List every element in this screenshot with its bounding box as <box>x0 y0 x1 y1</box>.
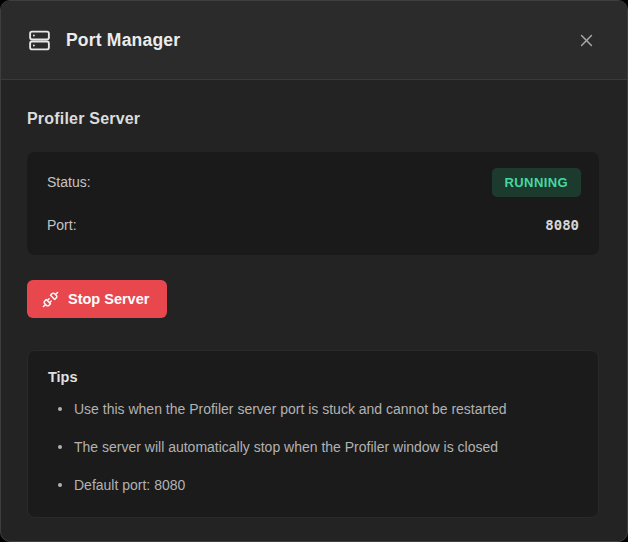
dialog-content: Profiler Server Status: RUNNING Port: 80… <box>1 80 627 541</box>
tips-box: Tips Use this when the Profiler server p… <box>27 350 599 518</box>
tip-item: Use this when the Profiler server port i… <box>48 399 578 419</box>
tips-list: Use this when the Profiler server port i… <box>48 399 578 495</box>
title-bar: Port Manager <box>1 1 627 80</box>
close-button[interactable] <box>567 21 605 59</box>
port-row: Port: 8080 <box>47 210 581 240</box>
status-row: Status: RUNNING <box>47 167 581 197</box>
server-icon <box>27 28 52 53</box>
tip-item: Default port: 8080 <box>48 475 578 495</box>
unplug-icon <box>42 291 59 308</box>
tip-item: The server will automatically stop when … <box>48 437 578 457</box>
close-icon <box>578 32 595 49</box>
tips-heading: Tips <box>48 369 578 385</box>
section-heading: Profiler Server <box>27 110 597 128</box>
port-label: Port: <box>47 217 77 233</box>
stop-server-label: Stop Server <box>68 291 149 307</box>
stop-server-button[interactable]: Stop Server <box>27 280 167 318</box>
status-panel: Status: RUNNING Port: 8080 <box>27 152 599 255</box>
status-label: Status: <box>47 174 91 190</box>
port-value: 8080 <box>545 217 581 233</box>
port-manager-dialog: Port Manager Profiler Server Status: RUN… <box>0 0 628 542</box>
status-badge: RUNNING <box>492 168 581 197</box>
window-title: Port Manager <box>66 30 180 51</box>
